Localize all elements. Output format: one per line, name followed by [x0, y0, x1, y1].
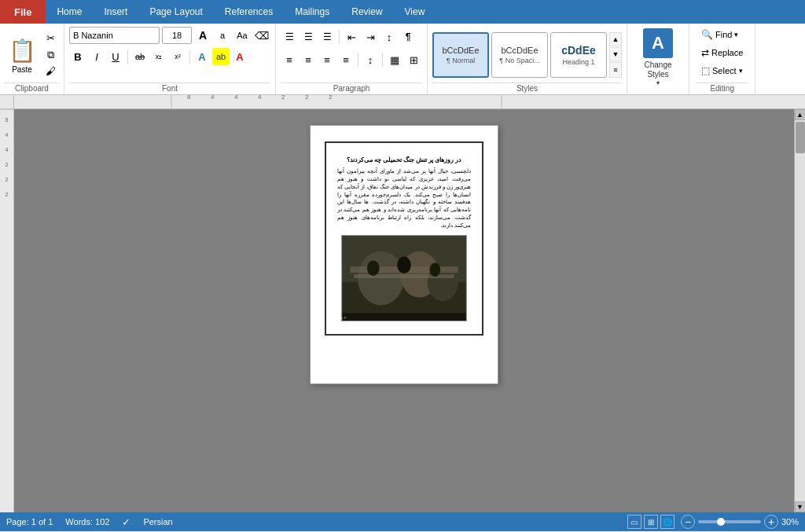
- status-words: Words: 102: [65, 517, 109, 526]
- tab-page-layout[interactable]: Page Layout: [138, 0, 213, 24]
- styles-scroll-down[interactable]: ▼: [609, 47, 622, 61]
- document-area[interactable]: در روزهای پر تنش جنگ تحمیلی چه می‌کردند؟…: [14, 109, 794, 512]
- status-page: Page: 1 of 1: [6, 517, 53, 526]
- bullets-button[interactable]: ☰: [281, 28, 298, 46]
- style-heading1-preview: cDdEe: [561, 44, 596, 57]
- zoom-slider[interactable]: [698, 520, 761, 523]
- tab-view[interactable]: View: [394, 0, 436, 24]
- select-arrow: ▾: [739, 67, 743, 75]
- clipboard-mini-btns: ✂ ⧉ 🖌: [42, 31, 59, 79]
- document-content: در روزهای پر تنش جنگ تحمیلی چه می‌کردند؟…: [337, 156, 471, 321]
- shading-button[interactable]: ▦: [386, 51, 403, 68]
- grow-font-button[interactable]: A: [194, 27, 211, 44]
- status-check[interactable]: ✓: [122, 516, 130, 528]
- tab-bar: File Home Insert Page Layout References …: [0, 0, 805, 24]
- document-page: در روزهای پر تنش جنگ تحمیلی چه می‌کردند؟…: [310, 125, 498, 384]
- editing-group: 🔍 Find ▾ ⇄ Replace ⬚ Select ▾ Editing: [689, 24, 755, 94]
- find-button[interactable]: 🔍 Find ▾: [696, 27, 748, 42]
- document-image: BastPress.ir: [341, 235, 467, 321]
- view-buttons: ▭ ⊞ 🌐: [627, 515, 675, 529]
- tab-file[interactable]: File: [0, 0, 46, 24]
- svg-point-14: [429, 263, 440, 277]
- svg-point-13: [397, 257, 411, 274]
- status-language[interactable]: Persian: [143, 517, 172, 526]
- replace-label: Replace: [711, 48, 743, 57]
- clear-formatting-button[interactable]: ⌫: [253, 27, 270, 44]
- bold-button[interactable]: B: [69, 48, 86, 65]
- numbering-button[interactable]: ☰: [300, 28, 317, 46]
- web-layout-button[interactable]: 🌐: [660, 515, 675, 529]
- ruler-container: 8 4 4 4 2 2 2: [0, 95, 805, 109]
- tab-home[interactable]: Home: [46, 0, 93, 24]
- copy-button[interactable]: ⧉: [42, 48, 59, 62]
- multilevel-button[interactable]: ☰: [318, 28, 336, 46]
- sort-button[interactable]: ↕: [380, 28, 398, 46]
- scroll-down-button[interactable]: ▼: [795, 501, 806, 512]
- text-highlight-button[interactable]: ab: [212, 48, 230, 65]
- ribbon: 📋 Paste ✂ ⧉ 🖌 Clipboard A a Aa ⌫: [0, 24, 805, 95]
- styles-scroll: ▲ ▼ ≡: [609, 32, 622, 78]
- zoom-thumb[interactable]: [717, 518, 725, 526]
- page-info: Page: 1 of 1: [6, 517, 53, 526]
- align-right-button[interactable]: ≡: [318, 51, 336, 68]
- superscript-button[interactable]: x²: [169, 48, 186, 65]
- align-center-button[interactable]: ≡: [300, 51, 317, 68]
- scroll-up-button[interactable]: ▲: [795, 109, 806, 120]
- change-styles-button[interactable]: A Change Styles ▾: [627, 24, 689, 94]
- tab-review[interactable]: Review: [340, 0, 393, 24]
- justify-button[interactable]: ≡: [337, 51, 355, 68]
- font-name-input[interactable]: [69, 27, 160, 44]
- change-case-button[interactable]: Aa: [233, 27, 251, 44]
- scroll-thumb[interactable]: [796, 122, 805, 153]
- svg-rect-0: [14, 95, 805, 109]
- style-no-spacing-label: ¶ No Spaci...: [499, 57, 539, 64]
- strikethrough-button[interactable]: ab: [131, 48, 149, 65]
- select-icon: ⬚: [701, 65, 710, 76]
- cut-button[interactable]: ✂: [42, 31, 59, 46]
- text-effects-button[interactable]: A: [193, 48, 211, 65]
- style-no-spacing-preview: bCcDdEe: [501, 46, 538, 55]
- find-arrow: ▾: [734, 31, 738, 39]
- svg-point-12: [367, 261, 380, 277]
- ruler-corner: [0, 95, 14, 109]
- style-normal-preview: bCcDdEe: [442, 46, 479, 55]
- select-button[interactable]: ⬚ Select ▾: [696, 63, 748, 79]
- format-painter-button[interactable]: 🖌: [42, 64, 59, 79]
- check-icon: ✓: [122, 516, 130, 528]
- underline-button[interactable]: U: [107, 48, 124, 65]
- style-heading1-button[interactable]: cDdEe Heading 1: [550, 32, 607, 78]
- replace-button[interactable]: ⇄ Replace: [696, 45, 748, 61]
- increase-indent-button[interactable]: ⇥: [362, 28, 379, 46]
- borders-button[interactable]: ⊞: [405, 51, 422, 68]
- font-color-button[interactable]: A: [231, 48, 248, 65]
- tab-insert[interactable]: Insert: [93, 0, 138, 24]
- align-left-button[interactable]: ≡: [281, 51, 298, 68]
- change-styles-icon: A: [643, 28, 673, 58]
- svg-rect-15: [342, 313, 465, 321]
- line-spacing-button[interactable]: ↕: [362, 51, 379, 68]
- italic-button[interactable]: I: [88, 48, 105, 65]
- styles-group: bCcDdEe ¶ Normal bCcDdEe ¶ No Spaci... c…: [428, 24, 627, 94]
- style-no-spacing-button[interactable]: bCcDdEe ¶ No Spaci...: [491, 32, 548, 78]
- paste-label: Paste: [12, 65, 32, 74]
- change-styles-label: Change Styles: [635, 61, 681, 79]
- document-body[interactable]: دلچسبی، خیال آنها پر می‌شد از ماورای آنچ…: [337, 167, 471, 229]
- tab-mailings[interactable]: Mailings: [284, 0, 340, 24]
- zoom-out-button[interactable]: −: [681, 515, 695, 529]
- paste-button[interactable]: 📋 Paste: [5, 33, 39, 76]
- zoom-in-button[interactable]: +: [764, 515, 778, 529]
- main-area: 8 4 4 2 2 2 در روزهای پر تنش جنگ تحمیلی …: [0, 109, 805, 512]
- full-screen-button[interactable]: ⊞: [644, 515, 658, 529]
- subscript-button[interactable]: x₂: [150, 48, 167, 65]
- styles-scroll-more[interactable]: ≡: [609, 62, 622, 78]
- tab-references[interactable]: References: [214, 0, 284, 24]
- style-normal-label: ¶ Normal: [447, 57, 475, 64]
- print-layout-button[interactable]: ▭: [627, 515, 641, 529]
- font-size-input[interactable]: [162, 27, 192, 44]
- show-marks-button[interactable]: ¶: [399, 28, 417, 46]
- styles-scroll-up[interactable]: ▲: [609, 32, 622, 46]
- style-normal-button[interactable]: bCcDdEe ¶ Normal: [432, 32, 489, 78]
- decrease-indent-button[interactable]: ⇤: [343, 28, 360, 46]
- shrink-font-button[interactable]: a: [214, 27, 231, 44]
- document-title: در روزهای پر تنش جنگ تحمیلی چه می‌کردند؟: [337, 156, 471, 164]
